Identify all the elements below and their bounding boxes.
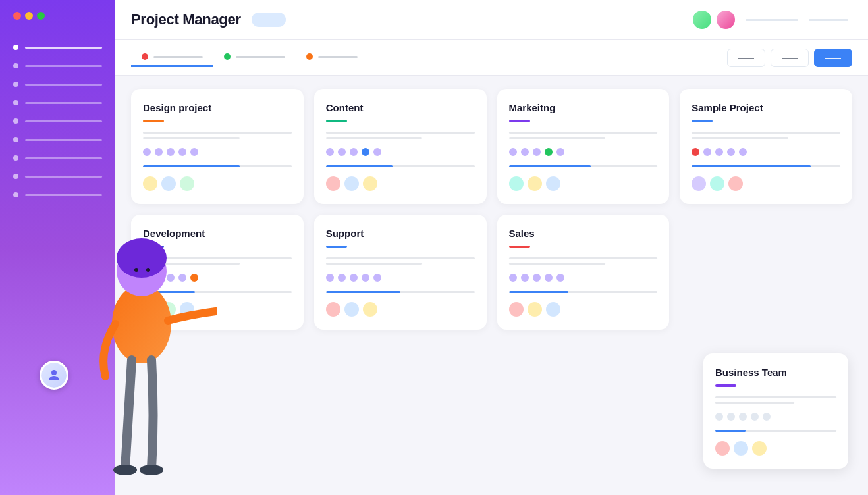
filter-label-3 [318, 56, 358, 58]
svg-point-3 [117, 238, 167, 278]
card-members [326, 148, 475, 156]
card-accent [143, 120, 164, 122]
text-line [143, 132, 292, 134]
window-controls [0, 0, 115, 32]
member-dot [763, 413, 771, 421]
avatar-bubble [509, 302, 524, 317]
card-members [692, 148, 840, 156]
card-members [715, 413, 836, 421]
user-avatar-1[interactable] [693, 11, 711, 29]
sidebar-item-2[interactable] [0, 57, 115, 75]
progress-fill [509, 165, 591, 167]
avatar[interactable] [40, 361, 68, 390]
progress-bar [326, 291, 475, 293]
user-avatars [693, 11, 735, 29]
avatar-bubble [363, 176, 377, 191]
card-text-lines [326, 132, 475, 139]
member-dot [350, 274, 358, 282]
card-title: Content [326, 102, 475, 113]
text-line [509, 263, 606, 265]
window-minimize-dot[interactable] [25, 12, 33, 20]
member-dot [751, 413, 759, 421]
sidebar-item-7[interactable] [0, 149, 115, 167]
text-line [509, 132, 658, 134]
text-line [692, 132, 840, 134]
filter-tab-active[interactable] [213, 48, 296, 67]
progress-fill [326, 165, 393, 167]
avatar-bubble [692, 176, 706, 191]
project-card-content[interactable]: Content [314, 89, 487, 204]
member-dot [167, 148, 175, 156]
avatar-bubble [161, 176, 176, 191]
member-dot [739, 148, 747, 156]
filter-button-1[interactable]: —— [727, 49, 765, 67]
card-accent [509, 120, 530, 122]
filter-tab-completed[interactable] [296, 48, 368, 67]
sidebar-item-3[interactable] [0, 75, 115, 93]
card-text-lines [715, 396, 836, 404]
avatar-bubble [143, 176, 157, 191]
nav-label-line [25, 65, 102, 67]
project-card-sample[interactable]: Sample Project [680, 89, 852, 204]
progress-bar [509, 291, 658, 293]
projects-grid: Design project C [115, 76, 868, 343]
progress-bar [509, 165, 658, 167]
card-avatars [143, 176, 292, 191]
text-line [326, 257, 475, 259]
member-dot [521, 148, 529, 156]
svg-point-5 [146, 268, 150, 272]
card-members [509, 274, 658, 282]
progress-fill [326, 291, 400, 293]
sidebar-item-4[interactable] [0, 93, 115, 112]
member-dot [178, 148, 186, 156]
sidebar-item-6[interactable] [0, 130, 115, 149]
avatar-bubble [180, 176, 194, 191]
avatar-bubble [728, 176, 743, 191]
sidebar-item-8[interactable] [0, 167, 115, 186]
card-title: Sales [509, 228, 658, 239]
card-text-lines [509, 132, 658, 139]
filter-tab-all[interactable] [131, 48, 213, 67]
avatar-bubble [344, 302, 359, 317]
card-title: Business Team [715, 367, 836, 378]
floating-card-business-team[interactable]: Business Team [703, 353, 848, 469]
member-dot [143, 148, 151, 156]
project-card-sales[interactable]: Sales [497, 215, 670, 330]
text-line [715, 396, 836, 398]
text-line [326, 132, 475, 134]
card-avatars [326, 176, 475, 191]
page-title: Project Manager [131, 11, 241, 28]
card-accent [692, 120, 713, 122]
sidebar-item-1[interactable] [0, 38, 115, 57]
member-dot [521, 274, 529, 282]
top-bar: Project Manager —— [115, 0, 868, 40]
member-dot [338, 274, 346, 282]
avatar-bubble [326, 302, 340, 317]
sidebar-item-5[interactable] [0, 112, 115, 130]
avatar-bubble [509, 176, 524, 191]
nav-bullet [13, 192, 18, 197]
window-maximize-dot[interactable] [37, 12, 45, 20]
member-dot [715, 413, 723, 421]
window-close-dot[interactable] [13, 12, 21, 20]
project-card-marketing[interactable]: Markeitng [497, 89, 670, 204]
progress-fill [692, 165, 811, 167]
text-line [692, 137, 788, 139]
card-avatars [509, 176, 658, 191]
project-card-support[interactable]: Support [314, 215, 487, 330]
svg-point-7 [140, 465, 163, 475]
filter-button-3[interactable]: —— [814, 49, 852, 67]
title-badge[interactable]: —— [252, 13, 286, 27]
card-accent [326, 120, 347, 122]
member-dot-active [545, 148, 553, 156]
filter-button-2[interactable]: —— [771, 49, 809, 67]
filter-label-2 [236, 56, 285, 58]
avatar-bubble [710, 176, 724, 191]
project-card-design[interactable]: Design project [131, 89, 304, 204]
card-title: Markeitng [509, 102, 658, 113]
user-avatar-2[interactable] [717, 11, 735, 29]
member-dot [338, 148, 346, 156]
avatar-bubble [715, 441, 730, 456]
progress-bar [692, 165, 840, 167]
card-text-lines [326, 257, 475, 265]
